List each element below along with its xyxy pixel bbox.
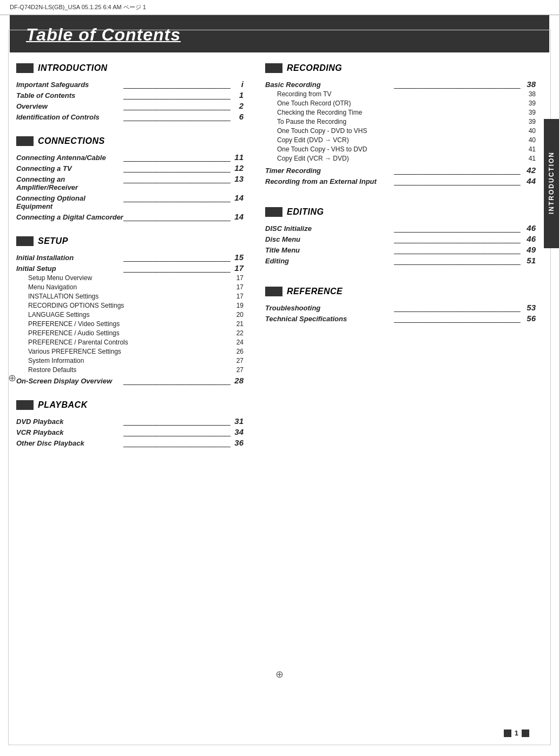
connections-section: CONNECTIONS Connecting Antenna/Cable 11 … — [16, 136, 244, 221]
entry-label: One Touch Copy - VHS to DVD — [277, 145, 400, 153]
connections-header: CONNECTIONS — [16, 136, 244, 146]
entry-label: DVD Playback — [16, 417, 123, 426]
entry-page: 28 — [231, 376, 244, 385]
entry-label: Copy Edit (VCR → DVD) — [277, 155, 400, 162]
introduction-section: INTRODUCTION Important Safeguards i Tabl… — [16, 63, 244, 121]
entry-page: 31 — [231, 416, 244, 426]
toc-entry: Basic Recording 38 — [265, 79, 536, 89]
toc-sub-entry: RECORDING OPTIONS Settings 19 — [16, 302, 244, 309]
entry-page: 17 — [231, 263, 244, 273]
entry-page: 13 — [231, 174, 244, 183]
setup-title: SETUP — [38, 236, 68, 246]
page-title: Table of Contents — [26, 25, 533, 45]
toc-sub-entry: PREFERENCE / Video Settings 21 — [16, 320, 244, 328]
entry-page: 38 — [523, 79, 536, 89]
entry-label: Other Disc Playback — [16, 439, 123, 447]
toc-entry: DVD Playback 31 — [16, 416, 244, 426]
entry-page: 41 — [523, 145, 536, 153]
entry-page: 20 — [231, 311, 244, 319]
entry-page: 17 — [231, 274, 244, 282]
entry-label: Copy Edit (DVD → VCR) — [277, 136, 400, 144]
toc-sub-entry: One Touch Record (OTR) 39 — [265, 100, 536, 107]
toc-entry: Connecting Optional Equipment 14 — [16, 193, 244, 210]
entry-page: 39 — [523, 109, 536, 116]
entry-label: Identification of Controls — [16, 113, 123, 121]
entry-page: 46 — [523, 223, 536, 233]
reference-title: REFERENCE — [287, 287, 343, 296]
entry-page: 39 — [523, 100, 536, 107]
entry-label: PREFERENCE / Audio Settings — [28, 329, 129, 337]
title-section: Table of Contents — [10, 15, 549, 52]
toc-entry: Connecting a Digital Camcorder 14 — [16, 212, 244, 221]
connections-title: CONNECTIONS — [38, 136, 105, 146]
top-bar-text: DF-Q74D2N-LS(GB)_USA 05.1.25 6:4 AM ページ … — [10, 3, 146, 11]
editing-entries: DISC Initialize 46 Disc Menu 46 Title Me… — [265, 223, 536, 265]
entry-page: 17 — [231, 293, 244, 300]
toc-entry: Identification of Controls 6 — [16, 112, 244, 121]
entry-page: 41 — [523, 155, 536, 162]
entry-page: 2 — [231, 101, 244, 110]
toc-entry: DISC Initialize 46 — [265, 223, 536, 233]
entry-label: Various PREFERENCE Settings — [28, 348, 129, 355]
introduction-title: INTRODUCTION — [38, 63, 108, 73]
toc-sub-entry: Various PREFERENCE Settings 26 — [16, 348, 244, 355]
entry-label: Timer Recording — [265, 167, 394, 175]
top-bar: DF-Q74D2N-LS(GB)_USA 05.1.25 6:4 AM ページ … — [0, 0, 559, 15]
toc-sub-entry: System Information 27 — [16, 357, 244, 364]
entry-label: Troubleshooting — [265, 304, 394, 312]
playback-title: PLAYBACK — [38, 400, 88, 410]
entry-label: PREFERENCE / Video Settings — [28, 320, 129, 328]
main-content: INTRODUCTION Important Safeguards i Tabl… — [0, 52, 559, 463]
toc-sub-entry: Restore Defaults 27 — [16, 366, 244, 374]
entry-label: Basic Recording — [265, 81, 394, 89]
toc-entry: Table of Contents 1 — [16, 90, 244, 100]
toc-sub-entry: Checking the Recording Time 39 — [265, 109, 536, 116]
entry-page: 1 — [231, 90, 244, 100]
entry-page: 40 — [523, 136, 536, 144]
col-right: RECORDING Basic Recording 38 Recording f… — [260, 63, 536, 453]
entry-label: Title Menu — [265, 246, 394, 254]
reference-entries: Troubleshooting 53 Technical Specificati… — [265, 303, 536, 323]
entry-label: Connecting Antenna/Cable — [16, 154, 123, 162]
entry-page: 22 — [231, 329, 244, 337]
entry-label: One Touch Record (OTR) — [277, 100, 400, 107]
toc-entry: Recording from an External Input 44 — [265, 176, 536, 185]
playback-entries: DVD Playback 31 VCR Playback 34 Other Di… — [16, 416, 244, 447]
entry-page: 46 — [523, 234, 536, 243]
toc-sub-entry: PREFERENCE / Audio Settings 22 — [16, 329, 244, 337]
toc-entry: Connecting Antenna/Cable 11 — [16, 152, 244, 162]
toc-sub-entry: One Touch Copy - VHS to DVD 41 — [265, 145, 536, 153]
toc-entry: On-Screen Display Overview 28 — [16, 376, 244, 385]
entry-page: 34 — [231, 427, 244, 436]
entry-page: 14 — [231, 193, 244, 202]
entry-label: Connecting a TV — [16, 164, 123, 173]
toc-entry: Timer Recording 42 — [265, 165, 536, 175]
toc-sub-entry: PREFERENCE / Parental Controls 24 — [16, 339, 244, 346]
entry-label: VCR Playback — [16, 428, 123, 436]
entry-label: Setup Menu Overview — [28, 274, 129, 282]
entry-label: One Touch Copy - DVD to VHS — [277, 127, 400, 135]
footer-box-right — [522, 730, 529, 737]
entry-label: Checking the Recording Time — [277, 109, 400, 116]
entry-page: 26 — [231, 348, 244, 355]
entry-page: 17 — [231, 283, 244, 291]
entry-label: INSTALLATION Settings — [28, 293, 129, 300]
connections-entries: Connecting Antenna/Cable 11 Connecting a… — [16, 152, 244, 221]
entry-label: LANGUAGE Settings — [28, 311, 129, 319]
editing-title: EDITING — [287, 207, 324, 217]
setup-entries: Initial Installation 15 Initial Setup 17… — [16, 253, 244, 385]
entry-label: Table of Contents — [16, 91, 123, 100]
toc-entry: VCR Playback 34 — [16, 427, 244, 436]
setup-section: SETUP Initial Installation 15 Initial Se… — [16, 236, 244, 385]
setup-header: SETUP — [16, 236, 244, 246]
toc-entry: Troubleshooting 53 — [265, 303, 536, 312]
entry-page: 36 — [231, 438, 244, 447]
entry-label: Technical Specifications — [265, 315, 394, 323]
footer: 1 — [504, 729, 529, 737]
toc-entry: Other Disc Playback 36 — [16, 438, 244, 447]
entry-page: 19 — [231, 302, 244, 309]
toc-sub-entry: To Pause the Recording 39 — [265, 118, 536, 125]
toc-entry: Connecting a TV 12 — [16, 163, 244, 173]
recording-section: RECORDING Basic Recording 38 Recording f… — [265, 63, 536, 185]
toc-entry: Title Menu 49 — [265, 245, 536, 254]
